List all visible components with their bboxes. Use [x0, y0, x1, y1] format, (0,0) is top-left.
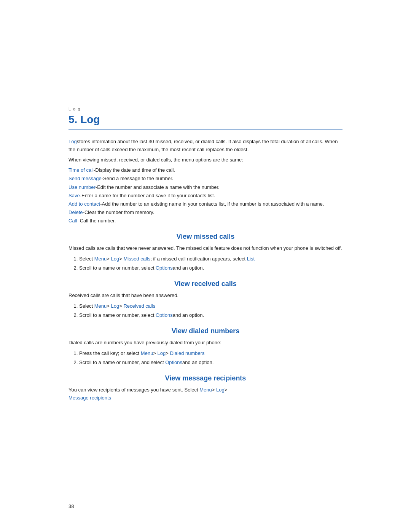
missed-calls-step-2: Scroll to a name or number, select Optio… [79, 264, 342, 272]
dialed-numbers-steps: Press the call key; or select Menu> Log>… [79, 349, 342, 367]
chapter-title: 5. Log [68, 113, 342, 129]
msg-menu-link[interactable]: Menu [199, 387, 212, 393]
menu-item-send-message: Send message-Send a message to the numbe… [68, 174, 342, 183]
intro-paragraph-1: Logstores information about the last 30 … [68, 138, 342, 154]
missed-list-link[interactable]: List [247, 256, 255, 262]
section-title-missed-calls: View missed calls [68, 233, 342, 241]
dialed-numbers-step-2: Scroll to a name or number, and select O… [79, 358, 342, 367]
dialed-numbers-link[interactable]: Dialed numbers [170, 350, 205, 356]
missed-calls-steps: Select Menu> Log> Missed calls; if a mis… [79, 255, 342, 272]
delete-link[interactable]: Delete [68, 209, 83, 215]
menu-item-delete: Delete-Clear the number from memory. [68, 208, 342, 217]
section-body-message-recipients: You can view recipients of messages you … [68, 386, 342, 402]
menu-item-time-of-call: Time of call-Display the date and time o… [68, 166, 342, 174]
section-body-dialed-numbers: Dialed calls are numbers you have previo… [68, 339, 342, 347]
received-calls-step-2: Scroll to a name or number, select Optio… [79, 311, 342, 320]
received-calls-step-1: Select Menu> Log> Received calls [79, 302, 342, 310]
message-recipients-link[interactable]: Message recipients [68, 395, 111, 401]
missed-calls-step-1: Select Menu> Log> Missed calls; if a mis… [79, 255, 342, 263]
menu-item-use-number: Use number-Edit the number and associate… [68, 183, 342, 192]
received-menu-link[interactable]: Menu [94, 303, 107, 309]
section-title-message-recipients: View message recipients [68, 374, 342, 382]
received-options-link[interactable]: Options [156, 312, 173, 318]
menu-item-add-to-contact: Add to contact-Add the number to an exis… [68, 200, 342, 208]
call-link[interactable]: Call [68, 218, 77, 224]
received-calls-steps: Select Menu> Log> Received calls Scroll … [79, 302, 342, 320]
missed-options-link[interactable]: Options [156, 265, 173, 271]
missed-calls-link[interactable]: Missed calls [123, 256, 150, 262]
use-number-link[interactable]: Use number [68, 184, 96, 190]
page-number: 38 [68, 503, 74, 509]
missed-menu-link[interactable]: Menu [94, 256, 107, 262]
menu-items-list: Time of call-Display the date and time o… [68, 166, 342, 225]
received-log-link[interactable]: Log [111, 303, 119, 309]
section-title-received-calls: View received calls [68, 280, 342, 288]
dialed-numbers-step-1: Press the call key; or select Menu> Log>… [79, 349, 342, 358]
time-of-call-link[interactable]: Time of call [68, 167, 94, 173]
section-body-received-calls: Received calls are calls that have been … [68, 292, 342, 300]
msg-log-link[interactable]: Log [216, 387, 225, 393]
send-message-link[interactable]: Send message [68, 176, 102, 181]
log-link-intro[interactable]: Log [68, 139, 77, 144]
section-title-dialed-numbers: View dialed numbers [68, 327, 342, 335]
save-link[interactable]: Save [68, 193, 80, 198]
intro-paragraph-2: When viewing missed, received, or dialed… [68, 156, 342, 164]
chapter-label: L o g [68, 107, 342, 111]
missed-log-link[interactable]: Log [111, 256, 119, 262]
section-body-missed-calls: Missed calls are calls that were never a… [68, 244, 342, 252]
menu-item-call: Call–Call the number. [68, 217, 342, 225]
dialed-log-link[interactable]: Log [158, 350, 166, 356]
received-calls-link[interactable]: Received calls [123, 303, 155, 309]
dialed-menu-link[interactable]: Menu [141, 350, 153, 356]
dialed-options-link[interactable]: Options [165, 359, 182, 365]
page: L o g 5. Log Logstores information about… [0, 0, 411, 532]
intro-text-1: stores information about the last 30 mis… [68, 139, 338, 152]
add-to-contact-link[interactable]: Add to contact [68, 201, 100, 207]
menu-item-save: Save-Enter a name for the number and sav… [68, 192, 342, 200]
